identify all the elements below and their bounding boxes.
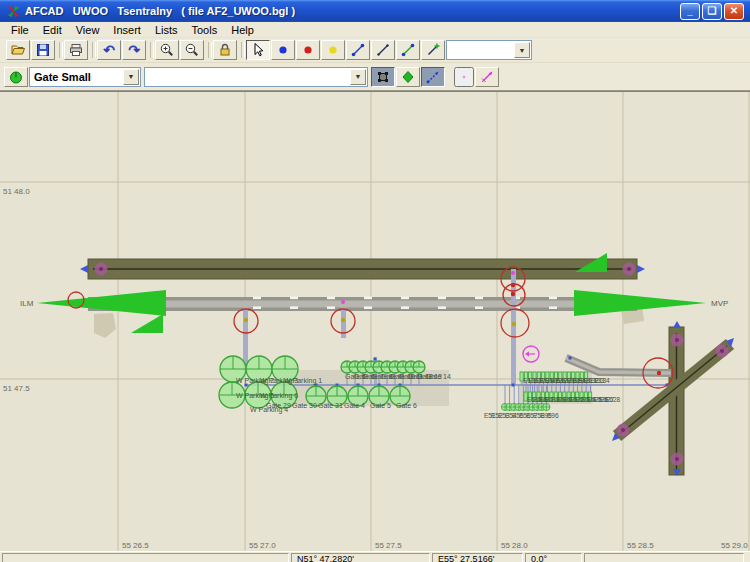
undo-button[interactable]: ↶ xyxy=(97,40,121,60)
axis-label-longitude: 55 28.5 xyxy=(627,541,654,550)
gate-name-combo[interactable]: ▼ xyxy=(144,67,368,87)
redo-button[interactable]: ↷ xyxy=(122,40,146,60)
chevron-down-icon[interactable]: ▼ xyxy=(514,42,530,58)
status-bar: N51° 47.2820'E55° 27.5166'0.0° xyxy=(0,551,750,562)
axis-label-longitude: 55 27.0 xyxy=(249,541,276,550)
afcad-window: { "window": { "title": "AFCAD UWOO Tsent… xyxy=(0,0,750,562)
runway-threshold-marker xyxy=(675,338,679,342)
link-dashed-button[interactable] xyxy=(421,67,445,87)
node-red-icon xyxy=(300,42,316,58)
link-dark-button[interactable] xyxy=(371,40,395,60)
save-button[interactable] xyxy=(31,40,55,60)
axis-label-longitude: 55 29.0 xyxy=(721,541,748,550)
status-longitude: E55° 27.5166' xyxy=(432,553,523,562)
menu-bar: FileEditViewInsertListsToolsHelp xyxy=(0,22,750,38)
lock-button[interactable] xyxy=(213,40,237,60)
axis-label-longitude: 55 28.0 xyxy=(501,541,528,550)
gate-label: Gate 30 xyxy=(292,402,317,409)
taxiway-markings xyxy=(549,297,557,300)
taxiway-markings xyxy=(253,297,261,300)
taxiway-markings xyxy=(549,306,557,309)
taxiway-markings xyxy=(401,306,409,309)
chevron-down-icon[interactable]: ▼ xyxy=(350,69,366,85)
magenta-arrow-button[interactable] xyxy=(475,67,499,87)
map-canvas[interactable]: 55 26.555 27.055 27.555 28.055 28.555 29… xyxy=(0,92,750,551)
menu-insert[interactable]: Insert xyxy=(106,24,148,36)
ils-label-right: MVP xyxy=(711,299,728,308)
print-icon xyxy=(68,42,84,58)
title-bar: AFCAD UWOO Tsentralny ( file AF2_UWOO.bg… xyxy=(0,0,750,22)
taxi-node[interactable] xyxy=(569,357,572,360)
gate-green-button[interactable] xyxy=(4,67,28,87)
magenta-arrow-icon xyxy=(479,69,495,85)
menu-help[interactable]: Help xyxy=(224,24,261,36)
runway-threshold-marker xyxy=(627,267,631,271)
parking-label: W Parking 1 xyxy=(284,377,322,385)
taxiway-markings xyxy=(401,297,409,300)
node-red-button[interactable] xyxy=(296,40,320,60)
app-icon xyxy=(6,4,21,19)
magenta-node xyxy=(511,271,515,275)
close-button[interactable]: ✕ xyxy=(724,3,744,20)
select-arrow-icon xyxy=(250,42,266,58)
diamond-green-icon xyxy=(400,69,416,85)
taxiway-markings xyxy=(475,306,483,309)
print-button[interactable] xyxy=(64,40,88,60)
select-arrow-button[interactable] xyxy=(246,40,270,60)
gate-type-combo-value: Gate Small xyxy=(30,71,123,83)
boundary-button[interactable] xyxy=(371,67,395,87)
node-blue-icon xyxy=(275,42,291,58)
axis-label-latitude: 51 48.0 xyxy=(3,187,30,196)
lock-icon xyxy=(217,42,233,58)
node-blue-button[interactable] xyxy=(271,40,295,60)
axis-label-longitude: 55 26.5 xyxy=(122,541,149,550)
zoom-in-icon xyxy=(159,42,175,58)
taxiway-markings xyxy=(327,297,335,300)
taxi-node[interactable] xyxy=(512,384,515,387)
window-title: AFCAD UWOO Tsentralny ( file AF2_UWOO.bg… xyxy=(25,5,680,17)
taxi-node[interactable] xyxy=(374,358,377,361)
magenta-plus-button[interactable] xyxy=(454,67,474,87)
taxiway-markings xyxy=(475,297,483,300)
gate-label: E96 xyxy=(547,412,559,419)
menu-file[interactable]: File xyxy=(4,24,36,36)
restore-button[interactable]: ❏ xyxy=(702,3,722,20)
link-blue-button[interactable] xyxy=(346,40,370,60)
gate-label: E628 xyxy=(605,396,621,403)
menu-edit[interactable]: Edit xyxy=(36,24,69,36)
node-yellow-button[interactable] xyxy=(321,40,345,60)
diamond-green-button[interactable] xyxy=(396,67,420,87)
toolbar-separator xyxy=(89,41,97,59)
save-icon xyxy=(35,42,51,58)
gate-label: Gate 29 xyxy=(266,402,291,409)
status-empty-panel2 xyxy=(584,553,744,562)
link-dashed-icon xyxy=(425,69,441,85)
toolbar-gates: Gate Small▼▼ xyxy=(0,63,750,91)
link-green-button[interactable] xyxy=(396,40,420,60)
menu-view[interactable]: View xyxy=(69,24,107,36)
gate-type-combo[interactable]: Gate Small▼ xyxy=(29,67,141,87)
toolbar-separator xyxy=(205,41,213,59)
map-area: 55 26.555 27.055 27.555 28.055 28.555 29… xyxy=(0,91,750,551)
minimize-button[interactable]: _ xyxy=(680,3,700,20)
runway-threshold-marker xyxy=(99,267,103,271)
zoom-out-button[interactable] xyxy=(180,40,204,60)
magenta-plus-icon xyxy=(462,69,466,85)
menu-lists[interactable]: Lists xyxy=(148,24,185,36)
status-empty-panel xyxy=(2,553,289,562)
runway-threshold-marker xyxy=(720,349,724,353)
object-combo[interactable]: ▼ xyxy=(446,40,532,60)
chevron-down-icon[interactable]: ▼ xyxy=(123,69,139,85)
taxiway-markings xyxy=(438,306,446,309)
gate-label: Gate 5 xyxy=(370,402,391,409)
ils-label-left: ILM xyxy=(20,299,34,308)
taxiway-markings xyxy=(253,306,261,309)
node-yellow-icon xyxy=(325,42,341,58)
link-add-button[interactable] xyxy=(421,40,445,60)
open-folder-button[interactable] xyxy=(6,40,30,60)
axis-label-latitude: 51 47.5 xyxy=(3,384,30,393)
red-node xyxy=(657,371,661,375)
menu-tools[interactable]: Tools xyxy=(185,24,225,36)
boundary-icon xyxy=(375,69,391,85)
zoom-in-button[interactable] xyxy=(155,40,179,60)
